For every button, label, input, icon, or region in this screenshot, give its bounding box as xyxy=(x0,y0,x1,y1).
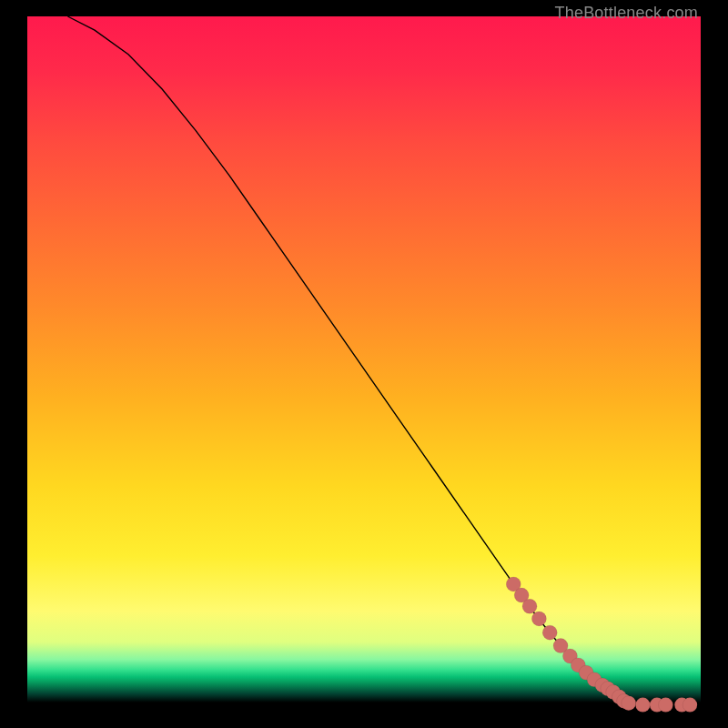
data-point xyxy=(522,599,537,613)
data-point xyxy=(542,625,557,640)
data-point xyxy=(531,612,546,626)
attribution-text: TheBottleneck.com xyxy=(555,4,698,23)
scatter-dots xyxy=(506,577,697,713)
data-point xyxy=(622,696,636,711)
chart-svg xyxy=(27,16,701,708)
data-point xyxy=(682,698,697,713)
chart-frame: TheBottleneck.com xyxy=(0,0,728,728)
data-point xyxy=(635,698,650,713)
curve-line xyxy=(67,16,701,707)
data-point xyxy=(659,698,673,713)
